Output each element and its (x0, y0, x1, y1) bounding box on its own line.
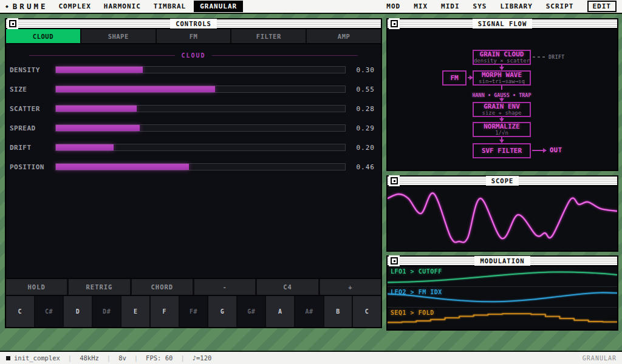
drift-label: DRIFT (549, 55, 565, 60)
top-menu-bar: ◆ BRUME COMPLEX HARMONIC TIMBRAL GRANULA… (0, 0, 622, 14)
button-hold[interactable]: HOLD (6, 279, 67, 295)
section-label: CLOUD (181, 52, 205, 59)
key-b[interactable]: B (324, 296, 352, 327)
fm-arrowhead (470, 75, 473, 80)
fps: FPS: 60 (146, 354, 173, 362)
slider-value: 0.20 (346, 144, 375, 152)
menu-item-timbral[interactable]: TIMBRAL (154, 2, 186, 10)
menu-item-mod[interactable]: MOD (386, 2, 400, 10)
diamond-icon: ◆ (5, 4, 9, 9)
slider-track[interactable] (55, 66, 346, 73)
slider-fill (56, 86, 215, 92)
slider-list: DENSITY0.30SIZE0.55SCATTER0.28SPREAD0.29… (6, 60, 381, 177)
section-header: CLOUD (29, 52, 358, 59)
panel-dot-icon[interactable] (391, 257, 398, 265)
signal-flow-title: SIGNAL FLOW (473, 19, 533, 29)
slider-value: 0.28 (346, 105, 375, 113)
preset-name: init_complex (14, 354, 60, 362)
flow-arrow-down (501, 86, 502, 90)
slider-label: SCATTER (9, 105, 55, 113)
modulation-panel: MODULATION LFO1 > CUTOFFLFO2 > FM IDXSEQ… (386, 255, 618, 331)
controls-titlebar[interactable]: CONTROLS (6, 19, 381, 29)
slider-label: SPREAD (9, 124, 55, 132)
modulation-lanes: LFO1 > CUTOFFLFO2 > FM IDXSEQ1 > FOLD (388, 266, 617, 329)
flow-node-fm: FM (442, 70, 466, 86)
key-e[interactable]: E (121, 296, 149, 327)
slider-label: DENSITY (9, 66, 55, 74)
slider-track[interactable] (55, 124, 346, 132)
key-gs[interactable]: G# (238, 296, 265, 327)
key-cs[interactable]: C# (35, 296, 63, 327)
slider-row-position: POSITION0.46 (6, 157, 381, 177)
slider-label: DRIFT (9, 144, 55, 152)
slider-fill (56, 106, 137, 112)
menu-item-granular[interactable]: GRANULAR (194, 1, 243, 12)
tab-shape[interactable]: SHAPE (81, 29, 157, 43)
slider-row-drift: DRIFT0.20 (6, 138, 381, 157)
scope-panel: SCOPE (386, 175, 618, 252)
app-name: BRUME (13, 2, 48, 11)
key-fs[interactable]: F# (180, 296, 208, 327)
modulation-titlebar[interactable]: MODULATION (388, 257, 617, 266)
menu-item-sys[interactable]: SYS (473, 2, 487, 10)
panel-dot-icon[interactable] (391, 20, 398, 27)
button-sym[interactable]: - (194, 279, 255, 295)
panel-dot-icon[interactable] (391, 177, 398, 184)
mode-label: GRANULAR (583, 355, 617, 362)
slider-fill (56, 164, 189, 170)
app-logo: ◆ BRUME (5, 2, 47, 11)
key-ds[interactable]: D# (93, 296, 121, 327)
slider-fill (56, 67, 143, 73)
menu-item-script[interactable]: SCRIPT (546, 2, 574, 10)
panel-dot-icon[interactable] (9, 20, 16, 27)
menu-item-midi[interactable]: MIDI (441, 2, 460, 10)
slider-track[interactable] (55, 144, 346, 151)
menu-item-mix[interactable]: MIX (414, 2, 428, 10)
tab-cloud[interactable]: CLOUD (6, 29, 81, 43)
menu-item-complex[interactable]: COMPLEX (58, 2, 91, 10)
slider-row-density: DENSITY0.30 (6, 60, 381, 79)
performance-buttons: HOLDRETRIGCHORD-C4+ (6, 278, 381, 295)
key-c[interactable]: C (353, 296, 381, 327)
signal-flow-titlebar[interactable]: SIGNAL FLOW (388, 19, 617, 29)
flow-node-grain-cloud: GRAIN CLOUD density × scatter (473, 50, 531, 65)
key-d[interactable]: D (64, 296, 92, 327)
slider-fill (56, 144, 114, 150)
tab-filter[interactable]: FILTER (231, 29, 307, 43)
mod-lane-label: LFO1 > CUTOFF (391, 268, 442, 275)
mod-lane-3: SEQ1 > FOLD (388, 307, 617, 329)
button-retrig[interactable]: RETRIG (69, 279, 129, 295)
key-as[interactable]: A# (295, 296, 323, 327)
scope-titlebar[interactable]: SCOPE (388, 177, 617, 186)
menu-item-harmonic[interactable]: HARMONIC (104, 2, 141, 10)
button-c4[interactable]: C4 (257, 279, 318, 295)
slider-track[interactable] (55, 163, 346, 170)
slider-track[interactable] (55, 86, 346, 93)
out-arrowhead (543, 148, 547, 153)
out-label: OUT (550, 146, 562, 153)
tab-amp[interactable]: AMP (307, 29, 381, 43)
slider-value: 0.30 (346, 66, 375, 74)
tab-fm[interactable]: FM (157, 29, 232, 43)
flow-node-svf-filter: SVF FILTER (473, 143, 531, 158)
out-arrow (532, 150, 543, 151)
slider-label: SIZE (9, 86, 55, 93)
menu-item-library[interactable]: LIBRARY (500, 2, 532, 10)
slider-track[interactable] (55, 105, 346, 112)
button-sym[interactable]: + (320, 279, 381, 295)
modulation-title: MODULATION (474, 256, 530, 266)
flow-arrowhead (499, 140, 504, 143)
key-c[interactable]: C (6, 296, 34, 327)
mod-lane-label: LFO2 > FM IDX (391, 289, 442, 295)
slider-value: 0.55 (346, 86, 375, 93)
flow-node-grain-env: GRAIN ENV size + shape (473, 102, 531, 117)
key-g[interactable]: G (208, 296, 236, 327)
button-chord[interactable]: CHORD (132, 279, 193, 295)
edit-button[interactable]: EDIT (587, 1, 617, 12)
flow-node-normalize: NORMALIZE 1/√n (473, 122, 531, 137)
slider-fill (56, 125, 140, 131)
signal-flow-diagram: GRAIN CLOUD density × scatter FM MORPH W… (388, 29, 617, 170)
key-f[interactable]: F (151, 296, 179, 327)
key-a[interactable]: A (266, 296, 294, 327)
scope-title: SCOPE (486, 176, 519, 186)
